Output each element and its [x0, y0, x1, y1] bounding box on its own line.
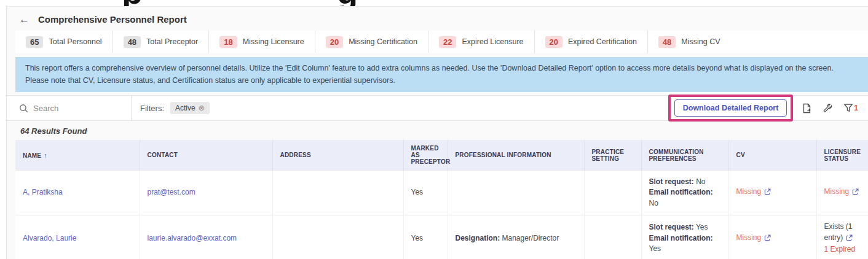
page-header: ← Comprehensive Personnel Report [7, 7, 868, 28]
stat-label: Total Preceptor [146, 37, 198, 46]
column-label: NAME [23, 152, 41, 159]
toolbar-icons: 1 [802, 103, 858, 114]
comm-pref-label: Email notification: [649, 234, 713, 242]
practice-setting-cell [584, 215, 641, 259]
table-header-cell[interactable]: MARKED AS PRECEPTOR [403, 140, 448, 171]
external-link-icon[interactable] [852, 188, 859, 198]
table-header-cell[interactable]: PROFESSIONAL INFORMATION [448, 140, 584, 171]
stat-count-badge: 22 [439, 36, 456, 48]
column-label: COMMUNICATION PREFERENCES [649, 149, 704, 162]
stat-label: Missing Certification [349, 37, 417, 46]
comm-pref-label: Slot request: [649, 223, 694, 231]
comm-pref-label: Email notification: [649, 188, 713, 196]
preceptor-cell: Yes [403, 171, 448, 215]
cv-status: Missing [736, 187, 762, 196]
toolbar: Filters: Active ⊗ Download Detailed Repo… [7, 95, 868, 121]
sort-ascending-icon: ↑ [44, 152, 47, 159]
comm-pref-line: Email notification: No [649, 187, 721, 209]
contact-email-link[interactable]: prat@test.com [148, 188, 195, 196]
clipped-background-text: p g [0, 0, 868, 6]
filter-funnel-icon[interactable]: 1 [843, 103, 858, 113]
filter-count-badge: 1 [854, 104, 858, 112]
external-link-icon[interactable] [846, 234, 853, 244]
column-label: LICENSURE STATUS [824, 149, 861, 162]
professional-info-cell: Designation: Manager/Director [448, 215, 584, 259]
communication-cell: Slot request: YesEmail notification: Yes [641, 215, 728, 259]
search-box [7, 104, 131, 113]
stat-item: 20Expired Certification [535, 31, 648, 53]
stat-label: Expired Licensure [462, 37, 523, 46]
licensure-cell: Exists (1 entry)1 Expired [816, 215, 868, 259]
comm-pref-line: Slot request: No [649, 177, 721, 187]
prof-info-label: Designation: [456, 234, 500, 242]
stat-item: 48Total Preceptor [113, 31, 210, 53]
table-header-row: NAME↑CONTACTADDRESSMARKED AS PRECEPTORPR… [15, 140, 868, 171]
preceptor-cell: Yes [403, 215, 448, 259]
table-header-cell[interactable]: PRACTICE SETTING [584, 140, 641, 171]
table-header-cell[interactable]: CONTACT [140, 140, 272, 171]
contact-cell: prat@test.com [140, 171, 272, 215]
download-detailed-report-button[interactable]: Download Detailed Report [674, 99, 787, 117]
stat-label: Missing Licensure [243, 37, 304, 46]
report-panel: ← Comprehensive Personnel Report 65Total… [6, 6, 868, 259]
comm-pref-label: Slot request: [649, 177, 694, 186]
personnel-name-link[interactable]: Alvarado, Laurie [23, 234, 76, 242]
address-cell [272, 171, 403, 215]
filters-area: Filters: Active ⊗ [132, 102, 668, 114]
address-cell [272, 215, 403, 259]
table-header-cell[interactable]: LICENSURE STATUS [816, 140, 868, 171]
licensure-status: Missing [824, 187, 850, 196]
stat-count-badge: 48 [124, 36, 141, 48]
cv-cell: Missing [728, 215, 816, 259]
name-cell: Alvarado, Laurie [15, 215, 140, 259]
communication-cell: Slot request: NoEmail notification: No [641, 171, 728, 215]
stat-item: 22Expired Licensure [428, 31, 535, 53]
wrench-icon[interactable] [823, 103, 833, 114]
cv-cell: Missing [728, 171, 816, 215]
stat-count-badge: 65 [26, 36, 43, 48]
search-icon [19, 104, 28, 113]
stats-bar: 65Total Personnel48Total Preceptor18Miss… [15, 31, 868, 53]
column-label: PROFESSIONAL INFORMATION [456, 152, 551, 158]
name-cell: A, Pratiksha [15, 171, 140, 215]
practice-setting-cell [584, 171, 641, 215]
stat-item: 48Missing CV [648, 31, 731, 53]
info-banner: This report offers a comprehensive overv… [15, 57, 868, 92]
professional-info-cell [448, 171, 584, 215]
filters-label: Filters: [140, 104, 164, 113]
stat-count-badge: 18 [219, 36, 237, 48]
stat-count-badge: 20 [545, 36, 562, 48]
licensure-status-line: Exists (1 entry) [824, 222, 861, 244]
external-link-icon[interactable] [764, 234, 771, 244]
table-row: Alvarado, Laurielaurie.alvarado@exxat.co… [15, 215, 868, 259]
export-icon[interactable] [802, 103, 812, 114]
table-row: A, Pratikshaprat@test.comYesSlot request… [15, 171, 868, 215]
licensure-status-line: Missing [824, 187, 861, 198]
comm-pref-line: Email notification: Yes [649, 233, 721, 255]
personnel-table: NAME↑CONTACTADDRESSMARKED AS PRECEPTORPR… [15, 140, 868, 259]
table-header-cell[interactable]: ADDRESS [272, 140, 403, 171]
table-header-cell[interactable]: NAME↑ [15, 140, 140, 171]
table-header-cell[interactable]: COMMUNICATION PREFERENCES [641, 140, 728, 171]
licensure-cell: Missing [816, 171, 868, 215]
back-arrow-icon[interactable]: ← [19, 14, 30, 25]
search-input[interactable] [33, 104, 125, 113]
table-header-cell[interactable]: CV [728, 140, 816, 171]
stat-label: Missing CV [681, 37, 720, 46]
external-link-icon[interactable] [764, 188, 771, 198]
stat-item: 18Missing Licensure [209, 31, 315, 53]
personnel-name-link[interactable]: A, Pratiksha [23, 188, 63, 196]
contact-cell: laurie.alvarado@exxat.com [140, 215, 272, 259]
comm-pref-line: Slot request: Yes [649, 222, 721, 233]
column-label: PRACTICE SETTING [592, 149, 625, 162]
contact-email-link[interactable]: laurie.alvarado@exxat.com [148, 234, 237, 242]
filter-chip-label: Active [175, 104, 195, 112]
stat-count-badge: 20 [326, 36, 343, 48]
filter-chip-active: Active ⊗ [170, 102, 210, 114]
filter-chip-remove-icon[interactable]: ⊗ [199, 104, 205, 112]
column-label: ADDRESS [280, 152, 311, 158]
results-summary: 64 Results Found [7, 121, 868, 140]
column-label: CONTACT [148, 152, 178, 158]
stat-item: 20Missing Certification [315, 31, 428, 53]
stat-label: Expired Certification [568, 37, 637, 46]
